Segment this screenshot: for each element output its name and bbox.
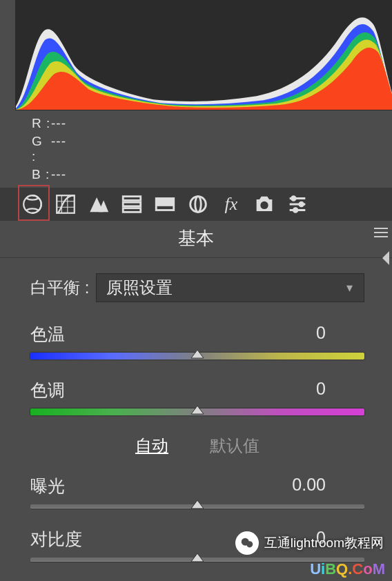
- tint-label: 色调: [30, 379, 65, 402]
- detail-icon[interactable]: [87, 193, 110, 216]
- tint-track[interactable]: [30, 408, 364, 415]
- presets-icon[interactable]: [286, 193, 309, 216]
- histogram[interactable]: [15, 0, 392, 110]
- exposure-label: 曝光: [30, 475, 65, 498]
- contrast-label: 对比度: [30, 528, 82, 551]
- exposure-track[interactable]: [30, 504, 364, 509]
- basic-icon[interactable]: [21, 193, 44, 216]
- temperature-slider: 色温 0: [30, 323, 364, 360]
- exposure-thumb[interactable]: [190, 498, 205, 510]
- panel-header: 基本: [0, 221, 392, 258]
- tint-thumb[interactable]: [190, 403, 205, 415]
- contrast-thumb[interactable]: [190, 551, 205, 563]
- svg-point-8: [195, 197, 202, 213]
- r-value: ---: [51, 116, 66, 131]
- svg-point-11: [300, 202, 304, 206]
- watermark-text: 互通lightroom教程网: [264, 534, 384, 552]
- svg-point-10: [292, 197, 296, 201]
- tool-tabs: fx: [0, 188, 392, 221]
- fx-icon[interactable]: fx: [219, 193, 243, 216]
- split-tone-icon[interactable]: [153, 193, 177, 216]
- auto-button[interactable]: 自动: [135, 435, 168, 457]
- white-balance-row: 白平衡 : 原照设置 ▾: [30, 273, 364, 302]
- g-value: ---: [51, 134, 66, 164]
- b-value: ---: [51, 167, 66, 182]
- temperature-value[interactable]: 0: [316, 323, 326, 346]
- default-button[interactable]: 默认值: [210, 435, 259, 457]
- white-balance-value: 原照设置: [106, 277, 173, 299]
- temperature-track[interactable]: [30, 353, 364, 360]
- rgb-readout: R :--- G :--- B :---: [32, 116, 392, 182]
- r-label: R :: [32, 116, 51, 131]
- curve-icon[interactable]: [54, 193, 77, 216]
- svg-rect-5: [156, 199, 174, 204]
- svg-rect-6: [156, 205, 174, 210]
- exposure-value[interactable]: 0.00: [292, 475, 326, 498]
- svg-point-7: [190, 197, 206, 213]
- collapse-arrow-icon[interactable]: [380, 250, 391, 266]
- panel-title: 基本: [178, 228, 214, 248]
- white-balance-label: 白平衡 :: [30, 277, 89, 299]
- watermark: 互通lightroom教程网: [235, 531, 384, 555]
- chevron-down-icon: ▾: [346, 280, 353, 295]
- tint-slider: 色调 0: [30, 379, 364, 415]
- hsl-icon[interactable]: [120, 193, 144, 216]
- tint-value[interactable]: 0: [316, 379, 326, 402]
- lens-icon[interactable]: [186, 193, 210, 216]
- camera-icon[interactable]: [253, 193, 276, 216]
- b-label: B :: [32, 167, 51, 182]
- svg-point-9: [260, 201, 268, 209]
- white-balance-select[interactable]: 原照设置 ▾: [96, 273, 364, 302]
- auto-default-row: 自动 默认值: [30, 435, 364, 457]
- exposure-slider: 曝光 0.00: [30, 475, 364, 509]
- svg-rect-4: [123, 208, 141, 213]
- svg-point-12: [293, 208, 297, 213]
- svg-rect-2: [123, 197, 141, 201]
- svg-rect-3: [123, 202, 141, 206]
- wechat-icon: [235, 531, 259, 555]
- svg-point-14: [246, 541, 253, 547]
- panel-menu-icon[interactable]: [374, 228, 388, 237]
- g-label: G :: [32, 134, 51, 164]
- temperature-thumb[interactable]: [190, 347, 205, 360]
- temperature-label: 色温: [30, 323, 65, 346]
- site-logo: UiBQ.CoM: [310, 560, 385, 578]
